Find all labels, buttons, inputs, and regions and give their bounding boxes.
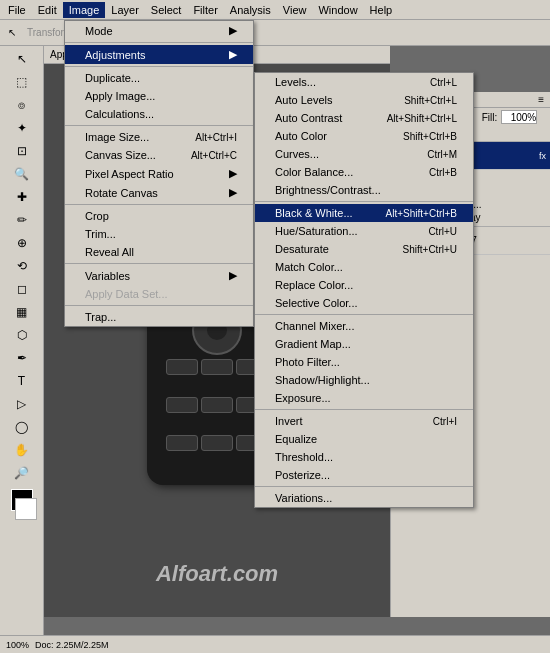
menu-rotate-canvas[interactable]: Rotate Canvas ▶ xyxy=(65,183,253,202)
tool-history[interactable]: ⟲ xyxy=(11,255,33,277)
phone-key-7 xyxy=(166,435,198,451)
adj-posterize[interactable]: Posterize... xyxy=(255,466,473,484)
menu-calculations[interactable]: Calculations... xyxy=(65,105,253,123)
menu-crop[interactable]: Crop xyxy=(65,207,253,225)
adj-brightness-contrast[interactable]: Brightness/Contrast... xyxy=(255,181,473,199)
menu-adjustments[interactable]: Adjustments ▶ xyxy=(65,45,253,64)
tool-crop[interactable]: ⊡ xyxy=(11,140,33,162)
menubar: File Edit Image Layer Select Filter Anal… xyxy=(0,0,550,20)
sep-1 xyxy=(65,42,253,43)
fill-label: Fill: xyxy=(482,112,498,123)
adj-photo-filter[interactable]: Photo Filter... xyxy=(255,353,473,371)
tool-dodge[interactable]: ⬡ xyxy=(11,324,33,346)
adj-gradient-map[interactable]: Gradient Map... xyxy=(255,335,473,353)
phone-key-1 xyxy=(166,359,198,375)
menu-select[interactable]: Select xyxy=(145,2,188,18)
menu-pixel-aspect[interactable]: Pixel Aspect Ratio ▶ xyxy=(65,164,253,183)
background-color[interactable] xyxy=(15,498,37,520)
tool-eraser[interactable]: ◻ xyxy=(11,278,33,300)
menu-trap[interactable]: Trap... xyxy=(65,308,253,326)
fill-input[interactable] xyxy=(501,110,537,124)
menu-file[interactable]: File xyxy=(2,2,32,18)
adj-invert[interactable]: Invert Ctrl+I xyxy=(255,412,473,430)
sep-2 xyxy=(65,66,253,67)
tool-type[interactable]: T xyxy=(11,370,33,392)
menu-help[interactable]: Help xyxy=(364,2,399,18)
adj-hue-saturation[interactable]: Hue/Saturation... Ctrl+U xyxy=(255,222,473,240)
sep-5 xyxy=(65,263,253,264)
adj-shadow-highlight[interactable]: Shadow/Highlight... xyxy=(255,371,473,389)
tool-zoom[interactable]: 🔎 xyxy=(11,462,33,484)
tool-pen[interactable]: ✒ xyxy=(11,347,33,369)
menu-analysis[interactable]: Analysis xyxy=(224,2,277,18)
tool-stamp[interactable]: ⊕ xyxy=(11,232,33,254)
adj-auto-color[interactable]: Auto Color Shift+Ctrl+B xyxy=(255,127,473,145)
adj-color-balance[interactable]: Color Balance... Ctrl+B xyxy=(255,163,473,181)
tool-lasso[interactable]: ⌾ xyxy=(11,94,33,116)
tool-brush[interactable]: ✏ xyxy=(11,209,33,231)
adj-sep-3 xyxy=(255,409,473,410)
adj-match-color[interactable]: Match Color... xyxy=(255,258,473,276)
status-bar: 100% Doc: 2.25M/2.25M xyxy=(0,635,550,653)
phone-key-5 xyxy=(201,397,233,413)
adj-sep-2 xyxy=(255,314,473,315)
pixel-aspect-arrow: ▶ xyxy=(229,167,237,180)
adj-desaturate[interactable]: Desaturate Shift+Ctrl+U xyxy=(255,240,473,258)
adj-auto-contrast[interactable]: Auto Contrast Alt+Shift+Ctrl+L xyxy=(255,109,473,127)
adjustments-submenu: Levels... Ctrl+L Auto Levels Shift+Ctrl+… xyxy=(254,72,474,508)
menu-variables[interactable]: Variables ▶ xyxy=(65,266,253,285)
menu-trim[interactable]: Trim... xyxy=(65,225,253,243)
mode-arrow: ▶ xyxy=(229,24,237,37)
menu-filter[interactable]: Filter xyxy=(187,2,223,18)
phone-key-2 xyxy=(201,359,233,375)
tool-gradient[interactable]: ▦ xyxy=(11,301,33,323)
tool-shape[interactable]: ◯ xyxy=(11,416,33,438)
tool-move[interactable]: ↖ xyxy=(11,48,33,70)
tool-marquee[interactable]: ⬚ xyxy=(11,71,33,93)
adj-sep-1 xyxy=(255,201,473,202)
menu-apply-image[interactable]: Apply Image... xyxy=(65,87,253,105)
menu-image[interactable]: Image xyxy=(63,2,106,18)
adjustments-arrow: ▶ xyxy=(229,48,237,61)
adj-channel-mixer[interactable]: Channel Mixer... xyxy=(255,317,473,335)
sep-6 xyxy=(65,305,253,306)
adj-replace-color[interactable]: Replace Color... xyxy=(255,276,473,294)
image-menu-panel: Mode ▶ Adjustments ▶ Duplicate... Apply … xyxy=(64,20,254,327)
menu-duplicate[interactable]: Duplicate... xyxy=(65,69,253,87)
tool-path[interactable]: ▷ xyxy=(11,393,33,415)
adj-sep-4 xyxy=(255,486,473,487)
adj-levels[interactable]: Levels... Ctrl+L xyxy=(255,73,473,91)
watermark: Alfoart.com xyxy=(156,561,278,587)
adj-variations[interactable]: Variations... xyxy=(255,489,473,507)
menu-edit[interactable]: Edit xyxy=(32,2,63,18)
adj-equalize[interactable]: Equalize xyxy=(255,430,473,448)
zoom-level: 100% xyxy=(6,640,29,650)
move-tool-btn[interactable]: ↖ xyxy=(4,25,20,40)
tool-healing[interactable]: ✚ xyxy=(11,186,33,208)
adj-auto-levels[interactable]: Auto Levels Shift+Ctrl+L xyxy=(255,91,473,109)
menu-reveal-all[interactable]: Reveal All xyxy=(65,243,253,261)
sep-3 xyxy=(65,125,253,126)
adj-black-white[interactable]: Black & White... Alt+Shift+Ctrl+B xyxy=(255,204,473,222)
menu-layer[interactable]: Layer xyxy=(105,2,145,18)
menu-canvas-size[interactable]: Canvas Size... Alt+Ctrl+C xyxy=(65,146,253,164)
menu-view[interactable]: View xyxy=(277,2,313,18)
tool-hand[interactable]: ✋ xyxy=(11,439,33,461)
layers-menu-icon[interactable]: ≡ xyxy=(538,94,544,105)
tool-eyedropper[interactable]: 🔍 xyxy=(11,163,33,185)
adj-exposure[interactable]: Exposure... xyxy=(255,389,473,407)
menu-apply-dataset: Apply Data Set... xyxy=(65,285,253,303)
rotate-canvas-arrow: ▶ xyxy=(229,186,237,199)
adj-curves[interactable]: Curves... Ctrl+M xyxy=(255,145,473,163)
sep-4 xyxy=(65,204,253,205)
menu-image-size[interactable]: Image Size... Alt+Ctrl+I xyxy=(65,128,253,146)
left-toolbar: ↖ ⬚ ⌾ ✦ ⊡ 🔍 ✚ ✏ ⊕ ⟲ ◻ ▦ ⬡ ✒ T ▷ ◯ ✋ 🔎 xyxy=(0,46,44,635)
menu-window[interactable]: Window xyxy=(312,2,363,18)
adj-selective-color[interactable]: Selective Color... xyxy=(255,294,473,312)
doc-info: Doc: 2.25M/2.25M xyxy=(35,640,109,650)
tool-magic-wand[interactable]: ✦ xyxy=(11,117,33,139)
fx-badge: fx xyxy=(539,151,546,161)
adj-threshold[interactable]: Threshold... xyxy=(255,448,473,466)
menu-mode[interactable]: Mode ▶ xyxy=(65,21,253,40)
phone-key-4 xyxy=(166,397,198,413)
